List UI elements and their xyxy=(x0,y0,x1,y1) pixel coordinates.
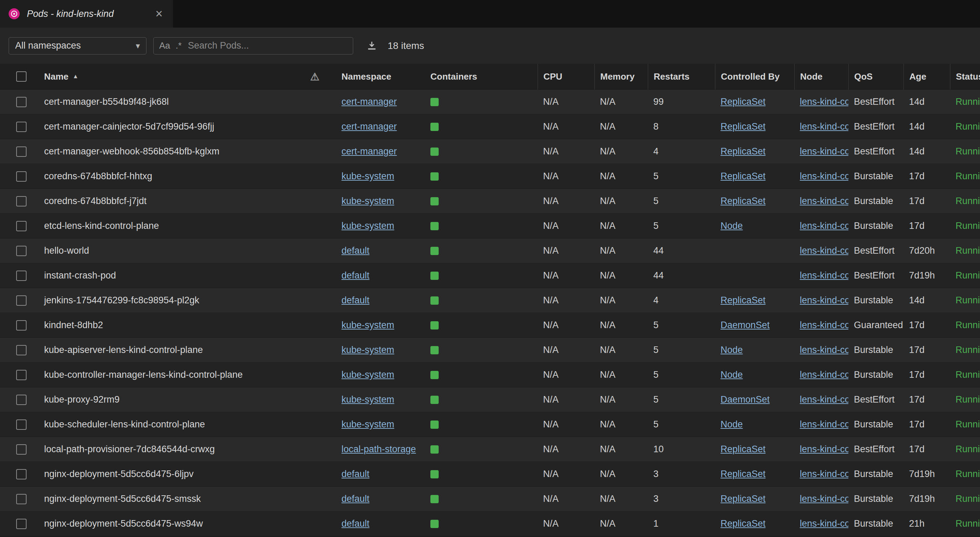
row-checkbox[interactable] xyxy=(16,196,27,206)
namespace-link[interactable]: default xyxy=(342,295,369,305)
row-checkbox[interactable] xyxy=(16,519,27,529)
table-row[interactable]: kube-apiserver-lens-kind-control-plane k… xyxy=(0,338,980,363)
table-row[interactable]: coredns-674b8bbfcf-j7jdt kube-system N/A… xyxy=(0,189,980,214)
controlled-by-link[interactable]: DaemonSet xyxy=(721,394,770,405)
node-link[interactable]: lens-kind-control-plane xyxy=(800,494,848,504)
column-header-containers[interactable]: Containers xyxy=(425,71,538,82)
row-checkbox[interactable] xyxy=(16,246,27,256)
column-header-warnings[interactable]: ⚠ xyxy=(310,71,336,83)
namespace-link[interactable]: local-path-storage xyxy=(342,444,416,454)
column-header-controlled-by[interactable]: Controlled By xyxy=(715,64,794,89)
node-link[interactable]: lens-kind-control-plane xyxy=(800,196,848,206)
node-link[interactable]: lens-kind-control-plane xyxy=(800,270,848,280)
table-row[interactable]: jenkins-1754476299-fc8c98954-pl2gk defau… xyxy=(0,288,980,313)
row-checkbox[interactable] xyxy=(16,419,27,430)
namespace-link[interactable]: default xyxy=(342,270,369,280)
controlled-by-link[interactable]: ReplicaSet xyxy=(721,469,766,479)
column-header-restarts[interactable]: Restarts xyxy=(648,64,715,89)
node-link[interactable]: lens-kind-control-plane xyxy=(800,320,848,330)
table-row[interactable]: kindnet-8dhb2 kube-system N/A N/A 5 Daem… xyxy=(0,313,980,338)
column-header-cpu[interactable]: CPU xyxy=(538,64,594,89)
node-link[interactable]: lens-kind-control-plane xyxy=(800,221,848,231)
namespace-link[interactable]: kube-system xyxy=(342,419,394,429)
table-row[interactable]: hello-world default N/A N/A 44 lens-kind… xyxy=(0,239,980,263)
column-header-qos[interactable]: QoS xyxy=(848,64,904,89)
node-link[interactable]: lens-kind-control-plane xyxy=(800,121,848,132)
controlled-by-link[interactable]: ReplicaSet xyxy=(721,494,766,504)
row-checkbox[interactable] xyxy=(16,395,27,405)
namespace-link[interactable]: cert-manager xyxy=(342,146,397,156)
controlled-by-link[interactable]: ReplicaSet xyxy=(721,146,766,156)
table-row[interactable]: nginx-deployment-5d5cc6d475-ws94w defaul… xyxy=(0,512,980,536)
row-checkbox[interactable] xyxy=(16,271,27,281)
table-row[interactable]: kube-proxy-92rm9 kube-system N/A N/A 5 D… xyxy=(0,387,980,412)
controlled-by-link[interactable]: ReplicaSet xyxy=(721,518,766,529)
row-checkbox[interactable] xyxy=(16,370,27,380)
search-input[interactable] xyxy=(187,40,347,51)
table-row[interactable]: cert-manager-webhook-856b854bfb-kglxm ce… xyxy=(0,139,980,164)
controlled-by-link[interactable]: ReplicaSet xyxy=(721,171,766,181)
node-link[interactable]: lens-kind-control-plane xyxy=(800,345,848,355)
node-link[interactable]: lens-kind-control-plane xyxy=(800,394,848,405)
controlled-by-link[interactable]: Node xyxy=(721,370,743,380)
row-checkbox[interactable] xyxy=(16,320,27,331)
table-row[interactable]: cert-manager-cainjector-5d7cf99d54-96fjj… xyxy=(0,115,980,139)
controlled-by-link[interactable]: Node xyxy=(721,345,743,355)
node-link[interactable]: lens-kind-control-plane xyxy=(800,171,848,181)
namespace-link[interactable]: kube-system xyxy=(342,196,394,206)
controlled-by-link[interactable]: ReplicaSet xyxy=(721,444,766,454)
controlled-by-link[interactable]: DaemonSet xyxy=(721,320,770,330)
row-checkbox[interactable] xyxy=(16,171,27,182)
node-link[interactable]: lens-kind-control-plane xyxy=(800,97,848,107)
row-checkbox[interactable] xyxy=(16,345,27,355)
node-link[interactable]: lens-kind-control-plane xyxy=(800,518,848,529)
row-checkbox[interactable] xyxy=(16,147,27,157)
row-checkbox[interactable] xyxy=(16,221,27,231)
table-row[interactable]: nginx-deployment-5d5cc6d475-6ljpv defaul… xyxy=(0,462,980,487)
node-link[interactable]: lens-kind-control-plane xyxy=(800,245,848,256)
controlled-by-link[interactable]: ReplicaSet xyxy=(721,121,766,132)
controlled-by-link[interactable]: ReplicaSet xyxy=(721,295,766,305)
namespace-link[interactable]: default xyxy=(342,518,369,529)
table-row[interactable]: coredns-674b8bbfcf-hhtxg kube-system N/A… xyxy=(0,164,980,189)
node-link[interactable]: lens-kind-control-plane xyxy=(800,370,848,380)
row-checkbox[interactable] xyxy=(16,295,27,306)
namespace-link[interactable]: kube-system xyxy=(342,320,394,330)
select-all-checkbox[interactable] xyxy=(16,71,27,82)
namespace-link[interactable]: default xyxy=(342,245,369,256)
namespace-link[interactable]: default xyxy=(342,494,369,504)
column-header-namespace[interactable]: Namespace xyxy=(336,71,425,82)
match-case-icon[interactable]: Aa xyxy=(159,40,170,51)
controlled-by-link[interactable]: Node xyxy=(721,419,743,429)
namespace-link[interactable]: kube-system xyxy=(342,345,394,355)
row-checkbox[interactable] xyxy=(16,97,27,107)
column-header-name[interactable]: Name ▲ xyxy=(38,71,310,82)
column-header-age[interactable]: Age xyxy=(904,64,950,89)
row-checkbox[interactable] xyxy=(16,494,27,504)
table-row[interactable]: nginx-deployment-5d5cc6d475-smssk defaul… xyxy=(0,487,980,512)
table-row[interactable]: kube-scheduler-lens-kind-control-plane k… xyxy=(0,412,980,437)
column-header-node[interactable]: Node xyxy=(794,64,848,89)
controlled-by-link[interactable]: Node xyxy=(721,221,743,231)
regex-icon[interactable]: .* xyxy=(176,40,181,51)
namespace-filter-dropdown[interactable]: All namespaces ▾ xyxy=(9,37,146,54)
close-icon[interactable]: × xyxy=(154,8,164,20)
controlled-by-link[interactable]: ReplicaSet xyxy=(721,97,766,107)
row-checkbox[interactable] xyxy=(16,469,27,480)
node-link[interactable]: lens-kind-control-plane xyxy=(800,419,848,429)
namespace-link[interactable]: default xyxy=(342,469,369,479)
namespace-link[interactable]: kube-system xyxy=(342,221,394,231)
namespace-link[interactable]: kube-system xyxy=(342,171,394,181)
download-icon[interactable] xyxy=(366,40,377,51)
node-link[interactable]: lens-kind-control-plane xyxy=(800,146,848,156)
controlled-by-link[interactable]: ReplicaSet xyxy=(721,196,766,206)
row-checkbox[interactable] xyxy=(16,444,27,455)
table-row[interactable]: local-path-provisioner-7dc846544d-crwxg … xyxy=(0,437,980,462)
namespace-link[interactable]: kube-system xyxy=(342,394,394,405)
table-row[interactable]: cert-manager-b554b9f48-jk68l cert-manage… xyxy=(0,89,980,115)
namespace-link[interactable]: kube-system xyxy=(342,370,394,380)
node-link[interactable]: lens-kind-control-plane xyxy=(800,444,848,454)
namespace-link[interactable]: cert-manager xyxy=(342,121,397,132)
column-header-memory[interactable]: Memory xyxy=(594,64,648,89)
tab-pods[interactable]: Pods - kind-lens-kind × xyxy=(0,0,173,27)
